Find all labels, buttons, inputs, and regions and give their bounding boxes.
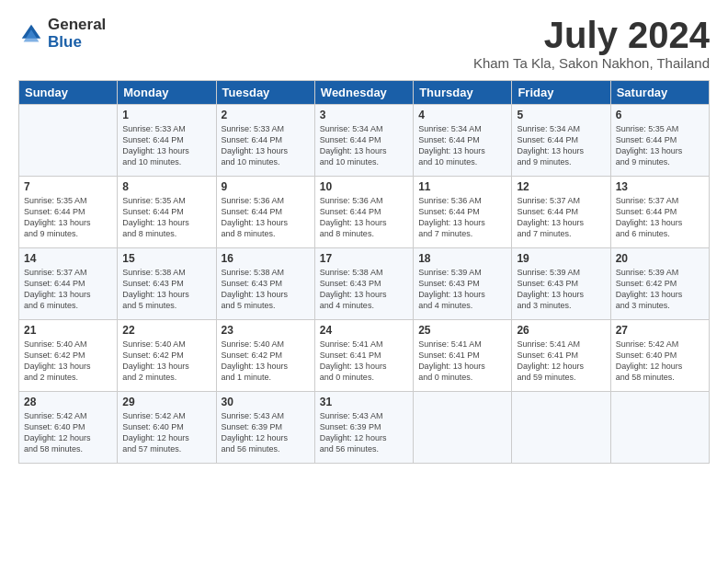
day-number: 25 (418, 324, 506, 337)
calendar-table: SundayMondayTuesdayWednesdayThursdayFrid… (18, 80, 710, 464)
day-cell: 27Sunrise: 5:42 AM Sunset: 6:40 PM Dayli… (610, 320, 709, 392)
day-cell: 25Sunrise: 5:41 AM Sunset: 6:41 PM Dayli… (414, 320, 512, 392)
day-info: Sunrise: 5:40 AM Sunset: 6:42 PM Dayligh… (122, 339, 210, 384)
day-info: Sunrise: 5:41 AM Sunset: 6:41 PM Dayligh… (418, 339, 506, 384)
day-info: Sunrise: 5:36 AM Sunset: 6:44 PM Dayligh… (222, 195, 310, 240)
day-number: 3 (320, 109, 408, 121)
day-cell: 23Sunrise: 5:40 AM Sunset: 6:42 PM Dayli… (216, 320, 314, 392)
week-row-2: 14Sunrise: 5:37 AM Sunset: 6:44 PM Dayli… (19, 248, 710, 320)
day-number: 30 (222, 396, 310, 408)
calendar-title: July 2024 (473, 17, 710, 53)
day-info: Sunrise: 5:43 AM Sunset: 6:39 PM Dayligh… (320, 410, 408, 455)
header-cell-saturday: Saturday (610, 81, 709, 105)
header-cell-wednesday: Wednesday (314, 81, 413, 105)
header-cell-sunday: Sunday (19, 81, 118, 105)
day-cell: 31Sunrise: 5:43 AM Sunset: 6:39 PM Dayli… (314, 392, 413, 464)
day-info: Sunrise: 5:36 AM Sunset: 6:44 PM Dayligh… (418, 195, 506, 240)
logo-general-text: General (48, 17, 106, 34)
day-number: 9 (222, 180, 310, 193)
header-cell-tuesday: Tuesday (216, 81, 314, 105)
day-info: Sunrise: 5:34 AM Sunset: 6:44 PM Dayligh… (418, 123, 506, 168)
day-number: 1 (122, 109, 210, 121)
day-info: Sunrise: 5:39 AM Sunset: 6:42 PM Dayligh… (616, 267, 704, 312)
day-cell: 19Sunrise: 5:39 AM Sunset: 6:43 PM Dayli… (512, 248, 610, 320)
week-row-3: 21Sunrise: 5:40 AM Sunset: 6:42 PM Dayli… (19, 320, 710, 392)
day-info: Sunrise: 5:38 AM Sunset: 6:43 PM Dayligh… (320, 267, 408, 312)
calendar-subtitle: Kham Ta Kla, Sakon Nakhon, Thailand (473, 55, 710, 71)
day-info: Sunrise: 5:33 AM Sunset: 6:44 PM Dayligh… (122, 123, 210, 168)
day-info: Sunrise: 5:35 AM Sunset: 6:44 PM Dayligh… (24, 195, 112, 240)
day-number: 6 (616, 109, 704, 121)
day-cell: 8Sunrise: 5:35 AM Sunset: 6:44 PM Daylig… (118, 177, 216, 248)
day-cell (610, 392, 709, 464)
day-cell: 28Sunrise: 5:42 AM Sunset: 6:40 PM Dayli… (19, 392, 118, 464)
day-number: 17 (320, 252, 408, 265)
day-cell: 17Sunrise: 5:38 AM Sunset: 6:43 PM Dayli… (314, 248, 413, 320)
day-cell: 15Sunrise: 5:38 AM Sunset: 6:43 PM Dayli… (118, 248, 216, 320)
day-number: 7 (24, 180, 112, 193)
logo-icon (18, 21, 44, 47)
day-number: 26 (517, 324, 605, 337)
day-cell: 2Sunrise: 5:33 AM Sunset: 6:44 PM Daylig… (216, 105, 314, 177)
day-cell: 26Sunrise: 5:41 AM Sunset: 6:41 PM Dayli… (512, 320, 610, 392)
day-info: Sunrise: 5:42 AM Sunset: 6:40 PM Dayligh… (616, 339, 704, 384)
day-number: 16 (222, 252, 310, 265)
day-number: 19 (517, 252, 605, 265)
day-number: 20 (616, 252, 704, 265)
page: General Blue July 2024 Kham Ta Kla, Sako… (0, 0, 728, 475)
day-info: Sunrise: 5:37 AM Sunset: 6:44 PM Dayligh… (517, 195, 605, 240)
day-cell: 3Sunrise: 5:34 AM Sunset: 6:44 PM Daylig… (314, 105, 413, 177)
day-cell: 14Sunrise: 5:37 AM Sunset: 6:44 PM Dayli… (19, 248, 118, 320)
day-number: 23 (222, 324, 310, 337)
day-cell: 30Sunrise: 5:43 AM Sunset: 6:39 PM Dayli… (216, 392, 314, 464)
day-info: Sunrise: 5:43 AM Sunset: 6:39 PM Dayligh… (222, 410, 310, 455)
day-info: Sunrise: 5:39 AM Sunset: 6:43 PM Dayligh… (418, 267, 506, 312)
day-cell: 6Sunrise: 5:35 AM Sunset: 6:44 PM Daylig… (610, 105, 709, 177)
day-number: 15 (122, 252, 210, 265)
day-number: 18 (418, 252, 506, 265)
day-cell: 22Sunrise: 5:40 AM Sunset: 6:42 PM Dayli… (118, 320, 216, 392)
day-number: 2 (222, 109, 310, 121)
day-number: 14 (24, 252, 112, 265)
day-number: 4 (418, 109, 506, 121)
day-number: 24 (320, 324, 408, 337)
day-number: 31 (320, 396, 408, 408)
week-row-4: 28Sunrise: 5:42 AM Sunset: 6:40 PM Dayli… (19, 392, 710, 464)
day-number: 8 (122, 180, 210, 193)
day-info: Sunrise: 5:40 AM Sunset: 6:42 PM Dayligh… (24, 339, 112, 384)
day-cell: 16Sunrise: 5:38 AM Sunset: 6:43 PM Dayli… (216, 248, 314, 320)
day-info: Sunrise: 5:35 AM Sunset: 6:44 PM Dayligh… (122, 195, 210, 240)
day-info: Sunrise: 5:35 AM Sunset: 6:44 PM Dayligh… (616, 123, 704, 168)
day-cell: 29Sunrise: 5:42 AM Sunset: 6:40 PM Dayli… (118, 392, 216, 464)
day-cell (19, 105, 118, 177)
day-cell: 20Sunrise: 5:39 AM Sunset: 6:42 PM Dayli… (610, 248, 709, 320)
day-cell: 13Sunrise: 5:37 AM Sunset: 6:44 PM Dayli… (610, 177, 709, 248)
logo-blue-text: Blue (48, 34, 106, 52)
day-cell: 7Sunrise: 5:35 AM Sunset: 6:44 PM Daylig… (19, 177, 118, 248)
day-cell: 1Sunrise: 5:33 AM Sunset: 6:44 PM Daylig… (118, 105, 216, 177)
day-info: Sunrise: 5:37 AM Sunset: 6:44 PM Dayligh… (616, 195, 704, 240)
day-info: Sunrise: 5:38 AM Sunset: 6:43 PM Dayligh… (122, 267, 210, 312)
day-info: Sunrise: 5:33 AM Sunset: 6:44 PM Dayligh… (222, 123, 310, 168)
day-info: Sunrise: 5:41 AM Sunset: 6:41 PM Dayligh… (320, 339, 408, 384)
day-cell: 5Sunrise: 5:34 AM Sunset: 6:44 PM Daylig… (512, 105, 610, 177)
day-cell (512, 392, 610, 464)
week-row-1: 7Sunrise: 5:35 AM Sunset: 6:44 PM Daylig… (19, 177, 710, 248)
day-cell: 18Sunrise: 5:39 AM Sunset: 6:43 PM Dayli… (414, 248, 512, 320)
title-area: July 2024 Kham Ta Kla, Sakon Nakhon, Tha… (473, 17, 710, 71)
day-info: Sunrise: 5:36 AM Sunset: 6:44 PM Dayligh… (320, 195, 408, 240)
day-number: 12 (517, 180, 605, 193)
day-info: Sunrise: 5:42 AM Sunset: 6:40 PM Dayligh… (24, 410, 112, 455)
day-cell: 10Sunrise: 5:36 AM Sunset: 6:44 PM Dayli… (314, 177, 413, 248)
day-info: Sunrise: 5:42 AM Sunset: 6:40 PM Dayligh… (122, 410, 210, 455)
day-info: Sunrise: 5:34 AM Sunset: 6:44 PM Dayligh… (517, 123, 605, 168)
day-cell: 12Sunrise: 5:37 AM Sunset: 6:44 PM Dayli… (512, 177, 610, 248)
day-cell: 21Sunrise: 5:40 AM Sunset: 6:42 PM Dayli… (19, 320, 118, 392)
day-number: 5 (517, 109, 605, 121)
day-info: Sunrise: 5:40 AM Sunset: 6:42 PM Dayligh… (222, 339, 310, 384)
header-cell-monday: Monday (118, 81, 216, 105)
day-cell: 11Sunrise: 5:36 AM Sunset: 6:44 PM Dayli… (414, 177, 512, 248)
day-cell: 4Sunrise: 5:34 AM Sunset: 6:44 PM Daylig… (414, 105, 512, 177)
day-info: Sunrise: 5:34 AM Sunset: 6:44 PM Dayligh… (320, 123, 408, 168)
day-cell (414, 392, 512, 464)
